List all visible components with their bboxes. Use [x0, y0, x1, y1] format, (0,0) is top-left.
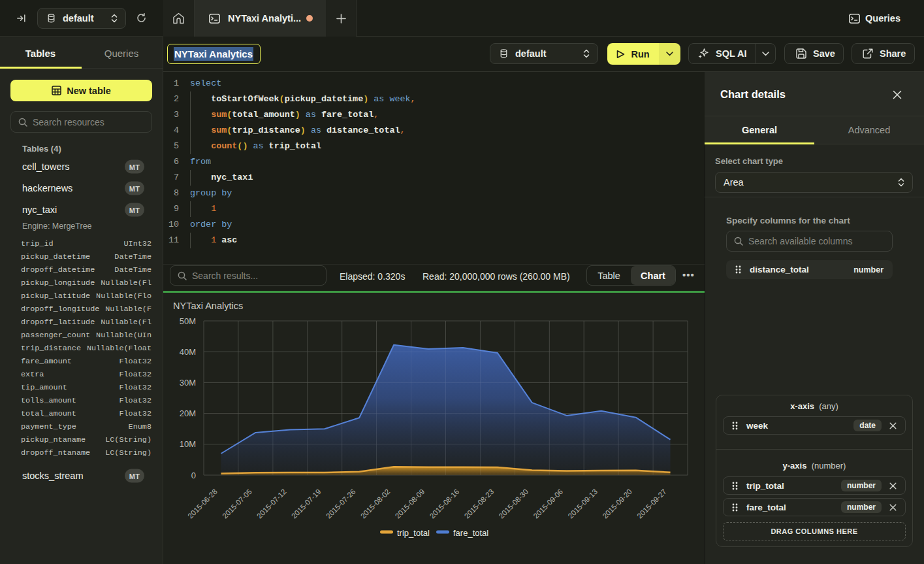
svg-text:trip_total: trip_total	[397, 528, 430, 538]
svg-text:40M: 40M	[180, 347, 196, 357]
svg-text:2015-08-23: 2015-08-23	[463, 488, 496, 520]
svg-text:2015-08-09: 2015-08-09	[394, 488, 426, 520]
svg-text:2015-07-12: 2015-07-12	[255, 488, 288, 520]
svg-text:2015-09-06: 2015-09-06	[532, 488, 565, 520]
svg-text:2015-08-02: 2015-08-02	[359, 488, 392, 520]
svg-text:2015-08-30: 2015-08-30	[498, 488, 530, 520]
svg-text:2015-09-20: 2015-09-20	[601, 488, 633, 520]
svg-text:2015-07-19: 2015-07-19	[290, 488, 323, 520]
svg-text:2015-09-27: 2015-09-27	[635, 488, 668, 520]
svg-text:30M: 30M	[180, 378, 196, 388]
svg-text:2015-09-13: 2015-09-13	[566, 488, 599, 520]
svg-text:0: 0	[191, 471, 196, 480]
svg-text:10M: 10M	[180, 439, 196, 449]
svg-text:2015-07-26: 2015-07-26	[325, 488, 357, 520]
svg-text:NYTaxi Analytics: NYTaxi Analytics	[173, 301, 243, 311]
svg-text:2015-08-16: 2015-08-16	[428, 488, 461, 520]
svg-text:2015-07-05: 2015-07-05	[221, 488, 253, 520]
svg-text:fare_total: fare_total	[453, 528, 488, 538]
svg-text:50M: 50M	[180, 316, 196, 326]
svg-text:2015-06-28: 2015-06-28	[186, 488, 219, 520]
svg-text:20M: 20M	[180, 408, 196, 418]
